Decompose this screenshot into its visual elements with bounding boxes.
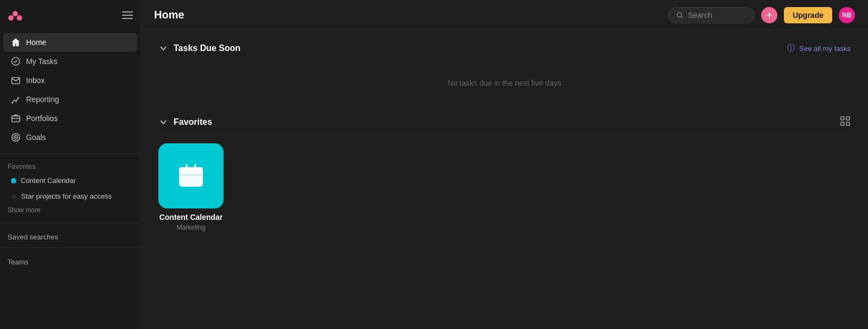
topbar: Home Search + Upgrade NB bbox=[141, 0, 868, 30]
avatar[interactable]: NB bbox=[839, 7, 855, 23]
portfolios-icon bbox=[11, 113, 21, 123]
svg-rect-16 bbox=[846, 122, 850, 125]
tasks-due-soon-section: Tasks Due Soon ⓘ See all my tasks No tas… bbox=[158, 43, 851, 98]
main-nav: Home My Tasks Inbox Reporting bbox=[0, 30, 141, 149]
svg-rect-6 bbox=[12, 116, 20, 122]
content-calendar-icon-bg bbox=[158, 143, 224, 208]
content-calendar-card-team: Marketing bbox=[177, 224, 206, 231]
favorites-section-header: Favorites bbox=[158, 116, 851, 135]
sidebar-header bbox=[0, 0, 141, 30]
favorites-section-header-left: Favorites bbox=[158, 117, 212, 127]
svg-point-5 bbox=[11, 102, 13, 104]
tasks-section-header-left: Tasks Due Soon bbox=[158, 43, 240, 53]
svg-point-10 bbox=[15, 137, 17, 138]
favorites-dot-icon bbox=[11, 178, 16, 184]
favorites-grid: Content Calendar Marketing bbox=[158, 143, 851, 231]
tasks-empty-message: No tasks due in the next five days bbox=[158, 68, 851, 98]
sidebar-divider-2 bbox=[0, 223, 141, 223]
sidebar-item-reporting[interactable]: Reporting bbox=[3, 90, 137, 109]
sidebar-item-reporting-label: Reporting bbox=[26, 95, 59, 104]
svg-rect-13 bbox=[841, 117, 844, 120]
sidebar-item-my-tasks-label: My Tasks bbox=[26, 57, 58, 66]
favorites-section-title-main: Favorites bbox=[174, 117, 212, 127]
sidebar-divider-1 bbox=[0, 154, 141, 154]
sidebar-item-home[interactable]: Home bbox=[3, 33, 137, 52]
search-bar[interactable]: Search bbox=[668, 7, 755, 23]
sidebar-item-home-label: Home bbox=[26, 38, 46, 47]
search-icon bbox=[676, 11, 684, 19]
svg-point-1 bbox=[8, 15, 14, 21]
sidebar-item-inbox[interactable]: Inbox bbox=[3, 71, 137, 90]
show-more-button[interactable]: Show more bbox=[0, 204, 141, 218]
favorites-section: Favorites bbox=[158, 116, 851, 231]
sidebar-item-my-tasks[interactable]: My Tasks bbox=[3, 52, 137, 71]
svg-line-12 bbox=[681, 16, 683, 18]
upgrade-button[interactable]: Upgrade bbox=[784, 7, 832, 23]
main-content: Home Search + Upgrade NB bbox=[141, 0, 868, 329]
sidebar-item-portfolios[interactable]: Portfolios bbox=[3, 109, 137, 128]
sidebar-favorite-content-calendar[interactable]: Content Calendar bbox=[3, 173, 137, 188]
saved-searches-section-header[interactable]: Saved searches bbox=[0, 227, 141, 243]
reporting-icon bbox=[11, 94, 21, 104]
logo[interactable] bbox=[8, 8, 23, 23]
topbar-right: Search + Upgrade NB bbox=[668, 7, 855, 23]
favorite-card-content-calendar[interactable]: Content Calendar Marketing bbox=[158, 143, 224, 231]
grid-view-icon[interactable] bbox=[840, 116, 851, 129]
inbox-icon bbox=[11, 75, 21, 85]
svg-point-11 bbox=[677, 12, 681, 17]
my-tasks-icon bbox=[11, 56, 21, 66]
star-projects-label: Star projects for easy access bbox=[21, 192, 112, 200]
content-area: Tasks Due Soon ⓘ See all my tasks No tas… bbox=[141, 30, 868, 329]
svg-rect-23 bbox=[194, 164, 196, 169]
asana-logo-icon bbox=[8, 8, 23, 23]
svg-rect-14 bbox=[846, 117, 850, 120]
teams-section-header[interactable]: Teams bbox=[0, 252, 141, 268]
favorites-collapse-icon[interactable] bbox=[158, 117, 168, 127]
svg-rect-15 bbox=[841, 122, 844, 125]
sidebar-star-projects-hint[interactable]: ☆ Star projects for easy access bbox=[3, 189, 137, 204]
svg-rect-20 bbox=[179, 167, 203, 173]
favorites-section-title: Favorites bbox=[0, 159, 141, 173]
svg-point-2 bbox=[17, 15, 22, 21]
sidebar-divider-3 bbox=[0, 248, 141, 248]
tasks-collapse-icon[interactable] bbox=[158, 43, 168, 53]
sidebar-item-portfolios-label: Portfolios bbox=[26, 114, 58, 123]
page-title: Home bbox=[154, 9, 184, 21]
sidebar: Home My Tasks Inbox Reporting bbox=[0, 0, 141, 329]
goals-icon bbox=[11, 132, 21, 142]
sidebar-item-goals[interactable]: Goals bbox=[3, 128, 137, 147]
sidebar-item-inbox-label: Inbox bbox=[26, 76, 44, 85]
svg-rect-22 bbox=[186, 164, 188, 169]
tasks-section-title: Tasks Due Soon bbox=[174, 43, 240, 53]
add-button[interactable]: + bbox=[761, 7, 777, 23]
see-all-tasks-label: See all my tasks bbox=[799, 45, 851, 53]
calendar-svg-icon bbox=[175, 160, 207, 192]
star-icon: ☆ bbox=[11, 193, 17, 200]
sidebar-item-goals-label: Goals bbox=[26, 133, 46, 142]
favorites-item-label: Content Calendar bbox=[21, 176, 76, 185]
home-icon bbox=[11, 37, 21, 47]
hamburger-menu-icon[interactable] bbox=[122, 10, 133, 21]
see-all-tasks-link[interactable]: ⓘ See all my tasks bbox=[787, 43, 851, 53]
search-placeholder: Search bbox=[688, 11, 712, 20]
svg-point-0 bbox=[12, 11, 18, 16]
info-icon: ⓘ bbox=[787, 43, 795, 53]
content-calendar-card-name: Content Calendar bbox=[159, 213, 223, 222]
tasks-section-header: Tasks Due Soon ⓘ See all my tasks bbox=[158, 43, 851, 59]
